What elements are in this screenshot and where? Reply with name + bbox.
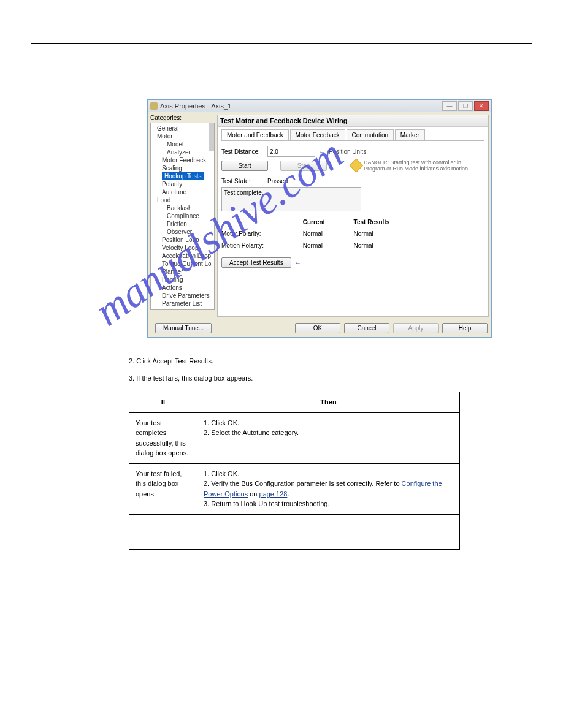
col-current: Current bbox=[303, 219, 352, 226]
motion-polarity-result: Normal bbox=[354, 242, 403, 249]
motor-polarity-result: Normal bbox=[354, 230, 403, 237]
test-state-value: Passed bbox=[267, 178, 288, 184]
tab-motor-feedback[interactable]: Motor Feedback bbox=[290, 129, 345, 140]
tree-item[interactable]: Actions bbox=[152, 284, 213, 292]
tree-item[interactable]: Model bbox=[152, 140, 213, 148]
tree-item[interactable]: Velocity Loop bbox=[152, 244, 213, 252]
test-distance-label: Test Distance: bbox=[221, 148, 267, 155]
motor-polarity-current: Normal bbox=[303, 230, 352, 237]
tree-item[interactable]: Drive Parameters bbox=[152, 292, 213, 300]
scrollbar-thumb[interactable] bbox=[209, 123, 214, 151]
danger-warning: DANGER: Starting test with controller in… bbox=[351, 159, 470, 172]
test-state-label: Test State: bbox=[221, 178, 267, 184]
tree-item[interactable]: Friction bbox=[152, 220, 213, 228]
tree-item[interactable]: Torque/Current Lo bbox=[152, 260, 213, 268]
apply-button[interactable]: Apply bbox=[393, 323, 439, 333]
motion-polarity-label: Motion Polarity: bbox=[221, 242, 301, 249]
tree-item[interactable]: Planner bbox=[152, 268, 213, 276]
app-icon bbox=[150, 102, 158, 110]
manual-tune-button[interactable]: Manual Tune... bbox=[155, 323, 212, 333]
cancel-button[interactable]: Cancel bbox=[344, 323, 389, 333]
table-row: Your test completes successfully, this d… bbox=[129, 412, 460, 463]
motor-polarity-label: Motor Polarity: bbox=[221, 230, 301, 237]
tree-item[interactable]: Polarity bbox=[152, 180, 213, 188]
tree-item-selected[interactable]: Hookup Tests bbox=[152, 172, 213, 180]
tree-item[interactable]: Scaling bbox=[152, 164, 213, 172]
tab-commutation[interactable]: Commutation bbox=[347, 129, 394, 140]
tree-item[interactable]: Homing bbox=[152, 276, 213, 284]
accept-test-results-button[interactable]: Accept Test Results bbox=[221, 257, 291, 268]
minimize-button[interactable]: — bbox=[442, 101, 457, 111]
step-3: 3. If the test fails, this dialog box ap… bbox=[129, 373, 502, 384]
tab-motor-and-feedback[interactable]: Motor and Feedback bbox=[221, 129, 289, 140]
maximize-button[interactable]: ❐ bbox=[458, 101, 473, 111]
results-table: If Then Your test completes successfully… bbox=[129, 392, 460, 550]
help-button[interactable]: Help bbox=[442, 323, 488, 333]
categories-label: Categories: bbox=[150, 115, 215, 121]
position-units-label: Position Units bbox=[329, 148, 366, 155]
then-step: 3. Return to Hook Up test troubleshootin… bbox=[204, 499, 453, 509]
th-then: Then bbox=[197, 392, 460, 413]
tree-item[interactable]: Acceleration Loop bbox=[152, 252, 213, 260]
motion-polarity-current: Normal bbox=[303, 242, 352, 249]
stop-button[interactable]: Stop bbox=[280, 161, 327, 171]
tree-item[interactable]: Position Loop bbox=[152, 236, 213, 244]
tree-item[interactable]: Compliance bbox=[152, 212, 213, 220]
tab-marker[interactable]: Marker bbox=[395, 129, 425, 140]
tree-item[interactable]: Motor Feedback bbox=[152, 156, 213, 164]
tree-item[interactable]: Parameter List bbox=[152, 300, 213, 308]
warning-icon bbox=[350, 159, 364, 173]
tree-item[interactable]: Load bbox=[152, 196, 213, 204]
test-output-area: Test complete. bbox=[221, 187, 361, 211]
link-page-128[interactable]: page 128 bbox=[259, 490, 288, 498]
tree-item[interactable]: Status bbox=[152, 308, 213, 310]
ok-button[interactable]: OK bbox=[295, 323, 340, 333]
pane-title: Test Motor and Feedback Device Wiring bbox=[218, 115, 488, 127]
then-step: 2. Verify the Bus Configuration paramete… bbox=[204, 479, 453, 499]
col-test-results: Test Results bbox=[354, 219, 403, 226]
tree-item[interactable]: General bbox=[152, 124, 213, 132]
then-step: 2. Select the Autotune category. bbox=[204, 428, 453, 438]
tree-item[interactable]: Observer bbox=[152, 228, 213, 236]
window-title: Axis Properties - Axis_1 bbox=[160, 102, 231, 110]
link-configure-power[interactable]: Configure the Power Options bbox=[204, 480, 442, 498]
tree-item[interactable]: Autotune bbox=[152, 188, 213, 196]
step-2: 2. Click Accept Test Results. bbox=[129, 356, 502, 366]
titlebar: Axis Properties - Axis_1 — ❐ ✕ bbox=[148, 100, 491, 112]
arrow-icon: ← bbox=[295, 259, 301, 266]
arrow-icon: ← bbox=[319, 148, 325, 155]
axis-properties-dialog: Axis Properties - Axis_1 — ❐ ✕ Categorie… bbox=[147, 99, 492, 338]
th-if: If bbox=[129, 392, 197, 413]
table-row bbox=[129, 514, 460, 549]
tree-item[interactable]: Analyzer bbox=[152, 148, 213, 156]
top-rule bbox=[31, 43, 532, 44]
test-distance-input[interactable] bbox=[267, 146, 315, 157]
tree-item[interactable]: Backlash bbox=[152, 204, 213, 212]
start-button[interactable]: Start bbox=[221, 161, 268, 171]
then-step: 1. Click OK. bbox=[204, 469, 453, 479]
table-row: Your test failed, this dialog box opens.… bbox=[129, 463, 460, 514]
tab-strip: Motor and Feedback Motor Feedback Commut… bbox=[221, 129, 484, 141]
then-step: 1. Click OK. bbox=[204, 418, 453, 428]
categories-tree[interactable]: General Motor Model Analyzer Motor Feedb… bbox=[150, 123, 215, 310]
close-button[interactable]: ✕ bbox=[474, 101, 489, 111]
tree-item[interactable]: Motor bbox=[152, 132, 213, 140]
